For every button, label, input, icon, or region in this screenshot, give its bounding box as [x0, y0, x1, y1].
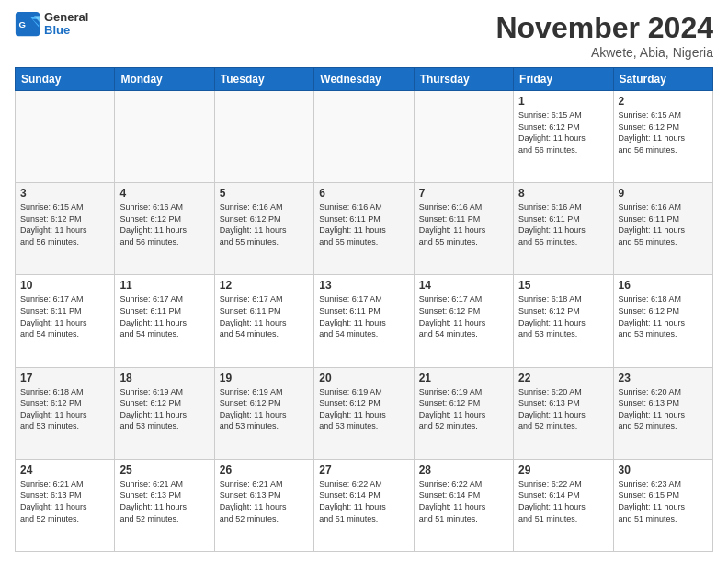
table-cell: 25Sunrise: 6:21 AM Sunset: 6:13 PM Dayli…: [115, 459, 214, 551]
month-title: November 2024: [495, 11, 713, 45]
table-cell: 3Sunrise: 6:15 AM Sunset: 6:12 PM Daylig…: [16, 183, 115, 275]
day-info: Sunrise: 6:19 AM Sunset: 6:12 PM Dayligh…: [119, 386, 209, 432]
col-monday: Monday: [115, 68, 214, 91]
day-number: 21: [419, 372, 508, 385]
day-number: 20: [319, 372, 408, 385]
table-cell: 20Sunrise: 6:19 AM Sunset: 6:12 PM Dayli…: [314, 367, 414, 459]
day-info: Sunrise: 6:16 AM Sunset: 6:11 PM Dayligh…: [419, 201, 508, 247]
day-number: 18: [119, 372, 209, 385]
header: G General Blue November 2024 Akwete, Abi…: [15, 11, 713, 60]
day-number: 9: [619, 187, 708, 200]
day-info: Sunrise: 6:16 AM Sunset: 6:11 PM Dayligh…: [619, 201, 708, 247]
day-info: Sunrise: 6:22 AM Sunset: 6:14 PM Dayligh…: [518, 478, 608, 524]
day-number: 23: [619, 372, 708, 385]
day-number: 27: [319, 464, 408, 477]
day-number: 22: [518, 372, 608, 385]
calendar-row: 10Sunrise: 6:17 AM Sunset: 6:11 PM Dayli…: [16, 275, 713, 367]
table-cell: 23Sunrise: 6:20 AM Sunset: 6:13 PM Dayli…: [613, 367, 712, 459]
table-cell: [214, 91, 313, 183]
day-info: Sunrise: 6:16 AM Sunset: 6:12 PM Dayligh…: [119, 201, 209, 247]
calendar-row: 3Sunrise: 6:15 AM Sunset: 6:12 PM Daylig…: [16, 183, 713, 275]
table-cell: 13Sunrise: 6:17 AM Sunset: 6:11 PM Dayli…: [314, 275, 414, 367]
col-sunday: Sunday: [16, 68, 115, 91]
table-cell: 7Sunrise: 6:16 AM Sunset: 6:11 PM Daylig…: [414, 183, 513, 275]
day-number: 15: [518, 279, 608, 292]
table-cell: 30Sunrise: 6:23 AM Sunset: 6:15 PM Dayli…: [613, 459, 712, 551]
table-cell: 11Sunrise: 6:17 AM Sunset: 6:11 PM Dayli…: [115, 275, 214, 367]
col-saturday: Saturday: [613, 68, 712, 91]
day-info: Sunrise: 6:19 AM Sunset: 6:12 PM Dayligh…: [419, 386, 508, 432]
day-number: 29: [518, 464, 608, 477]
day-number: 4: [119, 187, 209, 200]
day-info: Sunrise: 6:21 AM Sunset: 6:13 PM Dayligh…: [220, 478, 309, 524]
calendar-page: G General Blue November 2024 Akwete, Abi…: [0, 0, 728, 563]
col-friday: Friday: [514, 68, 613, 91]
table-cell: 14Sunrise: 6:17 AM Sunset: 6:12 PM Dayli…: [414, 275, 513, 367]
table-cell: 10Sunrise: 6:17 AM Sunset: 6:11 PM Dayli…: [16, 275, 115, 367]
day-info: Sunrise: 6:16 AM Sunset: 6:11 PM Dayligh…: [518, 201, 608, 247]
day-info: Sunrise: 6:17 AM Sunset: 6:12 PM Dayligh…: [419, 293, 508, 339]
table-cell: [314, 91, 414, 183]
day-info: Sunrise: 6:22 AM Sunset: 6:14 PM Dayligh…: [419, 478, 508, 524]
day-number: 6: [319, 187, 408, 200]
day-number: 1: [518, 95, 608, 108]
logo-general: General: [44, 11, 88, 24]
calendar-row: 17Sunrise: 6:18 AM Sunset: 6:12 PM Dayli…: [16, 367, 713, 459]
day-info: Sunrise: 6:15 AM Sunset: 6:12 PM Dayligh…: [619, 109, 708, 155]
svg-text:G: G: [18, 19, 25, 29]
table-cell: 12Sunrise: 6:17 AM Sunset: 6:11 PM Dayli…: [214, 275, 313, 367]
table-cell: 17Sunrise: 6:18 AM Sunset: 6:12 PM Dayli…: [16, 367, 115, 459]
day-info: Sunrise: 6:16 AM Sunset: 6:11 PM Dayligh…: [319, 201, 408, 247]
table-cell: 26Sunrise: 6:21 AM Sunset: 6:13 PM Dayli…: [214, 459, 313, 551]
day-number: 2: [619, 95, 708, 108]
day-info: Sunrise: 6:15 AM Sunset: 6:12 PM Dayligh…: [518, 109, 608, 155]
day-number: 19: [220, 372, 309, 385]
day-info: Sunrise: 6:17 AM Sunset: 6:11 PM Dayligh…: [20, 293, 109, 339]
day-info: Sunrise: 6:15 AM Sunset: 6:12 PM Dayligh…: [20, 201, 109, 247]
day-info: Sunrise: 6:16 AM Sunset: 6:12 PM Dayligh…: [220, 201, 309, 247]
header-row: Sunday Monday Tuesday Wednesday Thursday…: [16, 68, 713, 91]
day-info: Sunrise: 6:22 AM Sunset: 6:14 PM Dayligh…: [319, 478, 408, 524]
day-number: 26: [220, 464, 309, 477]
logo-text: General Blue: [44, 11, 88, 38]
col-thursday: Thursday: [414, 68, 513, 91]
table-cell: 15Sunrise: 6:18 AM Sunset: 6:12 PM Dayli…: [514, 275, 613, 367]
day-info: Sunrise: 6:17 AM Sunset: 6:11 PM Dayligh…: [319, 293, 408, 339]
calendar-row: 1Sunrise: 6:15 AM Sunset: 6:12 PM Daylig…: [16, 91, 713, 183]
table-cell: 9Sunrise: 6:16 AM Sunset: 6:11 PM Daylig…: [613, 183, 712, 275]
table-cell: 29Sunrise: 6:22 AM Sunset: 6:14 PM Dayli…: [514, 459, 613, 551]
day-number: 25: [119, 464, 209, 477]
day-number: 8: [518, 187, 608, 200]
col-wednesday: Wednesday: [314, 68, 414, 91]
day-info: Sunrise: 6:23 AM Sunset: 6:15 PM Dayligh…: [619, 478, 708, 524]
day-info: Sunrise: 6:20 AM Sunset: 6:13 PM Dayligh…: [619, 386, 708, 432]
day-info: Sunrise: 6:18 AM Sunset: 6:12 PM Dayligh…: [518, 293, 608, 339]
table-cell: 21Sunrise: 6:19 AM Sunset: 6:12 PM Dayli…: [414, 367, 513, 459]
day-number: 14: [419, 279, 508, 292]
table-cell: 22Sunrise: 6:20 AM Sunset: 6:13 PM Dayli…: [514, 367, 613, 459]
day-number: 28: [419, 464, 508, 477]
day-info: Sunrise: 6:17 AM Sunset: 6:11 PM Dayligh…: [119, 293, 209, 339]
calendar-table: Sunday Monday Tuesday Wednesday Thursday…: [15, 67, 713, 552]
day-info: Sunrise: 6:18 AM Sunset: 6:12 PM Dayligh…: [20, 386, 109, 432]
logo: G General Blue: [15, 11, 88, 38]
table-cell: 5Sunrise: 6:16 AM Sunset: 6:12 PM Daylig…: [214, 183, 313, 275]
location: Akwete, Abia, Nigeria: [495, 45, 713, 60]
table-cell: 24Sunrise: 6:21 AM Sunset: 6:13 PM Dayli…: [16, 459, 115, 551]
table-cell: 1Sunrise: 6:15 AM Sunset: 6:12 PM Daylig…: [514, 91, 613, 183]
table-cell: [115, 91, 214, 183]
day-number: 11: [119, 279, 209, 292]
table-cell: 18Sunrise: 6:19 AM Sunset: 6:12 PM Dayli…: [115, 367, 214, 459]
day-info: Sunrise: 6:19 AM Sunset: 6:12 PM Dayligh…: [220, 386, 309, 432]
title-block: November 2024 Akwete, Abia, Nigeria: [495, 11, 713, 60]
table-cell: 2Sunrise: 6:15 AM Sunset: 6:12 PM Daylig…: [613, 91, 712, 183]
day-number: 16: [619, 279, 708, 292]
day-info: Sunrise: 6:21 AM Sunset: 6:13 PM Dayligh…: [119, 478, 209, 524]
day-number: 30: [619, 464, 708, 477]
day-number: 7: [419, 187, 508, 200]
table-cell: 28Sunrise: 6:22 AM Sunset: 6:14 PM Dayli…: [414, 459, 513, 551]
day-info: Sunrise: 6:19 AM Sunset: 6:12 PM Dayligh…: [319, 386, 408, 432]
table-cell: 27Sunrise: 6:22 AM Sunset: 6:14 PM Dayli…: [314, 459, 414, 551]
logo-blue: Blue: [44, 24, 88, 37]
logo-icon: G: [15, 11, 40, 37]
